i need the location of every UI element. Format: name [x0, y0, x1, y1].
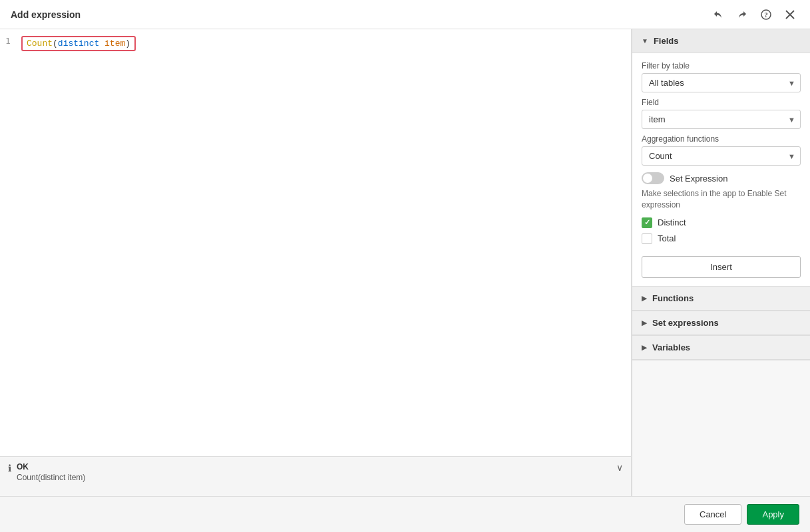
set-expressions-section-label: Set expressions [652, 318, 719, 328]
dialog-footer: Cancel Apply [0, 496, 810, 532]
fields-content: Filter by table All tables ▼ Field item … [632, 53, 810, 287]
set-expressions-section: ▶ Set expressions [632, 311, 810, 336]
insert-button[interactable]: Insert [642, 256, 801, 278]
code-field: item [104, 39, 125, 49]
apply-button[interactable]: Apply [747, 504, 799, 525]
set-expressions-arrow-icon: ▶ [642, 319, 647, 327]
code-func: Count [27, 39, 53, 49]
status-bar: ℹ OK Count(distinct item) ∨ [0, 456, 631, 496]
aggregation-select[interactable]: Count Sum Avg Min Max [642, 146, 801, 166]
dialog-title: Add expression [11, 9, 81, 20]
code-keyword: distinct [58, 39, 99, 49]
line-number: 1 [5, 36, 21, 46]
field-select-wrapper: item ▼ [642, 110, 801, 129]
redo-button[interactable] [733, 5, 751, 24]
aggregation-label: Aggregation functions [642, 134, 801, 144]
functions-section: ▶ Functions [632, 287, 810, 311]
distinct-label: Distinct [658, 217, 686, 227]
aggregation-select-wrapper: Count Sum Avg Min Max ▼ [642, 146, 801, 166]
status-chevron-icon[interactable]: ∨ [616, 462, 623, 473]
set-expression-hint: Make selections in the app to Enable Set… [642, 188, 801, 211]
undo-button[interactable] [709, 5, 727, 24]
functions-section-header[interactable]: ▶ Functions [632, 287, 810, 311]
dialog-header: Add expression ? [0, 0, 810, 29]
variables-section-header[interactable]: ▶ Variables [632, 336, 810, 360]
info-icon: ℹ [8, 463, 11, 473]
filter-by-table-select[interactable]: All tables [642, 73, 801, 92]
set-expression-label: Set Expression [670, 174, 727, 184]
fields-section-header[interactable]: ▼ Fields [632, 29, 810, 53]
right-panel: ▼ Fields Filter by table All tables ▼ Fi… [632, 29, 810, 496]
variables-section: ▶ Variables [632, 336, 810, 360]
field-select[interactable]: item [642, 110, 801, 129]
fields-arrow-icon: ▼ [642, 37, 648, 45]
total-row: Total [642, 233, 801, 244]
set-expressions-section-header[interactable]: ▶ Set expressions [632, 311, 810, 335]
filter-by-table-wrapper: All tables ▼ [642, 73, 801, 92]
status-expression: Count(distinct item) [17, 473, 85, 482]
code-expression[interactable]: Count(distinct item) [21, 36, 136, 51]
filter-by-table-label: Filter by table [642, 61, 801, 70]
header-actions: ? [709, 5, 799, 24]
variables-arrow-icon: ▶ [642, 344, 647, 351]
set-expression-toggle[interactable] [642, 172, 664, 184]
total-checkbox[interactable] [642, 233, 652, 244]
functions-section-label: Functions [652, 293, 694, 303]
variables-section-label: Variables [652, 342, 690, 352]
distinct-row: Distinct [642, 217, 801, 228]
svg-text:?: ? [764, 11, 768, 19]
field-label: Field [642, 98, 801, 107]
close-button[interactable] [781, 5, 799, 24]
distinct-checkbox[interactable] [642, 217, 652, 228]
cancel-button[interactable]: Cancel [684, 504, 741, 525]
toggle-knob [643, 174, 652, 183]
total-label: Total [658, 233, 676, 243]
set-expression-row: Set Expression [642, 172, 801, 184]
help-button[interactable]: ? [757, 5, 775, 24]
add-expression-dialog: Add expression ? 1 Count(dist [0, 0, 810, 532]
status-info: OK Count(distinct item) [17, 462, 85, 482]
status-ok: OK [17, 462, 85, 471]
editor-area: 1 Count(distinct item) ℹ OK Count(distin… [0, 29, 632, 496]
fields-section-label: Fields [654, 36, 679, 46]
editor-line: 1 Count(distinct item) [0, 36, 631, 51]
editor-content: 1 Count(distinct item) [0, 29, 631, 456]
functions-arrow-icon: ▶ [642, 295, 647, 302]
dialog-body: 1 Count(distinct item) ℹ OK Count(distin… [0, 29, 810, 496]
